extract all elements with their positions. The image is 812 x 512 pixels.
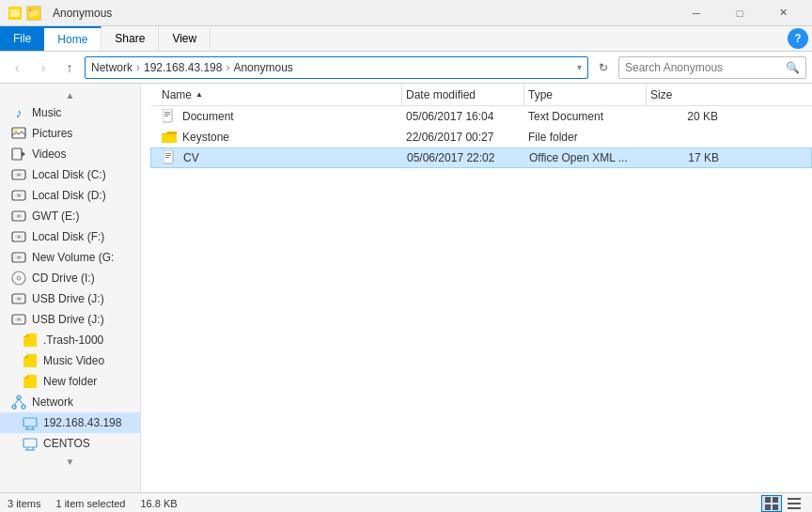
selected-info: 1 item selected <box>55 498 125 509</box>
file-date-keystone: 22/06/2017 00:27 <box>402 131 524 144</box>
sidebar-item-new-folder[interactable]: New folder <box>0 371 140 392</box>
sidebar-scroll-down[interactable]: ▼ <box>0 454 140 469</box>
col-header-type[interactable]: Type <box>524 84 647 105</box>
table-row[interactable]: CV 05/06/2017 22:02 Office Open XML ... … <box>150 147 812 168</box>
file-date-cv: 05/06/2017 22:02 <box>403 151 525 164</box>
tab-file[interactable]: File <box>0 26 44 51</box>
disk-d-icon <box>11 188 26 203</box>
svg-rect-56 <box>165 153 171 154</box>
trash-icon <box>23 333 38 348</box>
grid-view-button[interactable] <box>761 495 782 512</box>
col-header-date[interactable]: Date modified <box>402 84 524 105</box>
svg-point-36 <box>12 405 16 409</box>
svg-point-35 <box>17 396 21 399</box>
window-controls: ─ □ ✕ <box>675 0 804 26</box>
svg-marker-5 <box>22 151 25 157</box>
svg-point-25 <box>18 298 21 301</box>
tab-share[interactable]: Share <box>102 26 159 51</box>
music-video-icon <box>23 353 38 368</box>
file-header: Name ▲ Date modified Type Size <box>150 84 812 106</box>
tab-home[interactable]: Home <box>44 26 102 51</box>
sidebar-label-network: Network <box>32 396 73 409</box>
col-header-size[interactable]: Size <box>647 84 722 105</box>
sidebar-item-centos[interactable]: CENTOS <box>0 433 140 454</box>
sidebar-item-vol-g[interactable]: New Volume (G: <box>0 247 140 268</box>
sidebar-label-disk-c: Local Disk (C:) <box>32 168 106 181</box>
gwt-e-icon <box>11 209 26 224</box>
svg-rect-65 <box>788 507 801 509</box>
disk-f-icon <box>11 229 26 244</box>
sidebar-label-vol-g: New Volume (G: <box>32 251 114 264</box>
search-box[interactable]: 🔍 <box>618 56 806 79</box>
sidebar-item-gwt-e[interactable]: GWT (E:) <box>0 206 140 226</box>
sidebar-label-ip: 192.168.43.198 <box>43 416 121 429</box>
document-icon <box>162 109 177 124</box>
svg-marker-31 <box>23 354 37 367</box>
search-input[interactable] <box>625 61 782 74</box>
sidebar-item-usb-j1[interactable]: USB Drive (J:) <box>0 288 140 309</box>
sidebar-item-disk-c[interactable]: Local Disk (C:) <box>0 164 140 185</box>
sidebar-label-new-folder: New folder <box>43 375 97 388</box>
maximize-button[interactable]: □ <box>718 0 761 26</box>
tab-view[interactable]: View <box>159 26 211 51</box>
sidebar-item-disk-d[interactable]: Local Disk (D:) <box>0 185 140 206</box>
sidebar-label-cd-i: CD Drive (I:) <box>32 272 95 285</box>
sidebar-label-disk-f: Local Disk (F:) <box>32 230 104 243</box>
help-button[interactable]: ? <box>788 28 808 49</box>
svg-point-3 <box>15 130 18 132</box>
music-icon: ♪ <box>11 105 26 120</box>
selected-size: 16.8 KB <box>140 498 177 509</box>
sidebar-item-cd-i[interactable]: CD Drive (I:) <box>0 268 140 288</box>
minimize-button[interactable]: ─ <box>675 0 718 26</box>
svg-point-8 <box>18 174 21 177</box>
svg-rect-60 <box>773 497 778 503</box>
file-name-document: Document <box>158 109 402 124</box>
view-toggle <box>761 495 804 512</box>
sidebar-item-pictures[interactable]: Pictures <box>0 123 140 144</box>
svg-line-38 <box>14 399 19 405</box>
videos-icon <box>11 147 26 162</box>
ribbon: File Home Share View ? <box>0 26 812 52</box>
svg-rect-51 <box>164 114 170 115</box>
refresh-button[interactable]: ↻ <box>592 56 615 79</box>
sidebar-item-disk-f[interactable]: Local Disk (F:) <box>0 226 140 247</box>
file-area: Name ▲ Date modified Type Size Doc <box>150 84 812 492</box>
sidebar-item-trash[interactable]: .Trash-1000 <box>0 330 140 350</box>
file-name-cv: CV <box>159 150 403 165</box>
new-folder-icon <box>23 374 38 389</box>
sidebar-item-ip[interactable]: 192.168.43.198 <box>0 412 140 433</box>
path-anon[interactable]: Anonymous <box>233 61 292 74</box>
svg-rect-62 <box>773 504 778 510</box>
sidebar-scroll-up[interactable]: ▲ <box>0 87 140 102</box>
table-row[interactable]: Document 05/06/2017 16:04 Text Document … <box>150 106 812 127</box>
file-date-document: 05/06/2017 16:04 <box>402 110 524 123</box>
forward-button[interactable]: › <box>32 56 55 79</box>
sidebar-item-videos[interactable]: Videos <box>0 144 140 164</box>
col-header-name[interactable]: Name ▲ <box>158 84 402 105</box>
sort-indicator: ▲ <box>195 90 203 99</box>
address-path[interactable]: Network › 192.168.43.198 › Anonymous ▾ <box>85 56 588 79</box>
svg-rect-1 <box>10 9 20 17</box>
sidebar: ▲ ♪ Music Pictures Videos <box>0 84 141 492</box>
close-button[interactable]: ✕ <box>761 0 804 26</box>
svg-line-39 <box>19 399 23 405</box>
sidebar-item-network[interactable]: Network <box>0 392 140 412</box>
cv-icon <box>163 150 178 165</box>
back-button[interactable]: ‹ <box>6 56 28 79</box>
svg-rect-61 <box>765 504 771 510</box>
app-icon <box>8 6 23 21</box>
list-view-button[interactable] <box>784 495 804 512</box>
sidebar-label-centos: CENTOS <box>43 437 90 450</box>
table-row[interactable]: Keystone 22/06/2017 00:27 File folder <box>150 127 812 147</box>
svg-rect-45 <box>23 439 37 447</box>
sidebar-item-usb-j2[interactable]: USB Drive (J:) <box>0 309 140 330</box>
sidebar-item-music-video[interactable]: Music Video <box>0 350 140 371</box>
up-button[interactable]: ↑ <box>58 56 81 79</box>
disk-c-icon <box>11 167 26 182</box>
sidebar-label-gwt-e: GWT (E:) <box>32 209 79 223</box>
path-network[interactable]: Network <box>91 61 133 74</box>
svg-point-21 <box>12 272 25 285</box>
path-ip[interactable]: 192.168.43.198 <box>144 61 222 74</box>
file-size-cv: 17 KB <box>648 151 723 164</box>
sidebar-item-music[interactable]: ♪ Music <box>0 102 140 123</box>
